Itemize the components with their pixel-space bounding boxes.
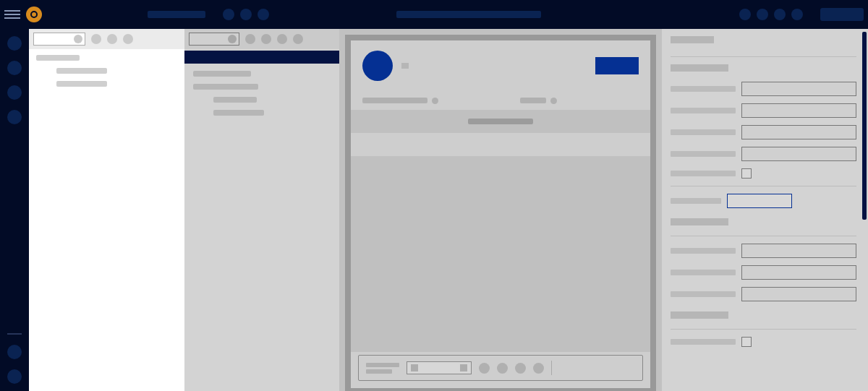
tree-item[interactable] [213, 97, 257, 103]
rail-icon-4[interactable] [7, 110, 22, 124]
field-label [671, 198, 721, 204]
top-right-icon-1[interactable] [739, 9, 751, 20]
preview-title [401, 63, 409, 69]
top-menu-item[interactable] [148, 11, 205, 18]
field-label [671, 151, 736, 157]
explorer-tab-2[interactable] [107, 34, 117, 44]
main-area [29, 29, 868, 391]
explorer-tab-1[interactable] [91, 34, 101, 44]
field-label [671, 248, 736, 254]
explorer-tabs [29, 29, 184, 49]
selected-node[interactable] [184, 51, 340, 64]
tree-item[interactable] [193, 71, 251, 77]
chevron-down-icon [460, 364, 467, 371]
text-input[interactable] [741, 265, 856, 280]
outline-search[interactable] [189, 33, 239, 46]
badge-icon [432, 98, 438, 104]
toolbar-select[interactable] [407, 361, 472, 374]
select-value-icon [411, 364, 418, 371]
text-input[interactable] [741, 82, 856, 96]
toolbar-divider [551, 361, 552, 375]
checkbox[interactable] [741, 337, 752, 347]
canvas-panel [339, 29, 662, 391]
device-frame [345, 35, 656, 391]
rail-icon-2[interactable] [7, 61, 22, 75]
rail-icon-3[interactable] [7, 85, 22, 100]
top-bar [0, 0, 868, 29]
text-input[interactable] [741, 244, 856, 258]
badge-icon [550, 98, 557, 104]
text-input[interactable] [741, 103, 856, 118]
props-section [671, 218, 728, 225]
outline-tab-3[interactable] [277, 34, 287, 44]
preview-band [351, 110, 650, 133]
explorer-tab-3[interactable] [123, 34, 133, 44]
field-label [671, 129, 736, 135]
top-icon-3[interactable] [258, 9, 269, 20]
sub-left-label[interactable] [362, 98, 427, 103]
text-input[interactable] [741, 125, 856, 139]
toolbar-icon-3[interactable] [515, 363, 526, 374]
toolbar-icon-4[interactable] [533, 363, 544, 374]
field-label [671, 171, 736, 176]
top-icon-1[interactable] [223, 9, 234, 20]
sub-right-label[interactable] [520, 98, 546, 103]
properties-panel [662, 29, 868, 391]
rail-divider [7, 333, 22, 335]
tree-item[interactable] [56, 68, 107, 74]
props-section [671, 64, 728, 72]
canvas-surface[interactable] [351, 40, 650, 388]
preview-subheader [351, 91, 650, 110]
text-input[interactable] [741, 147, 856, 161]
rail-icon-1[interactable] [7, 36, 22, 51]
tree-item[interactable] [193, 84, 258, 90]
left-rail [0, 29, 29, 391]
tree-item[interactable] [36, 55, 80, 61]
explorer-panel [29, 29, 184, 391]
preview-header [351, 40, 650, 91]
preview-body [351, 156, 650, 352]
top-right-icon-4[interactable] [791, 9, 803, 20]
menu-icon[interactable] [4, 7, 20, 22]
tree-item[interactable] [56, 81, 107, 87]
search-icon [74, 35, 82, 43]
search-icon [228, 35, 237, 43]
field-label [671, 339, 736, 345]
top-action-button[interactable] [820, 8, 864, 21]
checkbox[interactable] [741, 168, 752, 179]
band-label [468, 119, 533, 124]
rail-bottom-icon-1[interactable] [7, 345, 22, 359]
canvas-toolbar [358, 355, 643, 381]
top-title [396, 11, 541, 18]
top-right-icon-2[interactable] [757, 9, 768, 20]
outline-tabs [184, 29, 340, 49]
top-right-icon-3[interactable] [774, 9, 786, 20]
top-icon-2[interactable] [240, 9, 252, 20]
outline-tab-4[interactable] [293, 34, 303, 44]
avatar[interactable] [362, 51, 393, 81]
text-input[interactable] [741, 287, 856, 301]
field-label [671, 108, 736, 113]
app-logo[interactable] [26, 7, 42, 22]
number-input[interactable] [727, 194, 792, 208]
toolbar-icon-2[interactable] [497, 363, 508, 374]
explorer-search[interactable] [33, 33, 85, 46]
props-section [671, 311, 728, 319]
scrollbar[interactable] [862, 32, 867, 220]
outline-tab-1[interactable] [245, 34, 255, 44]
props-title [671, 36, 714, 43]
toolbar-icon-1[interactable] [479, 363, 490, 374]
toolbar-label [366, 363, 399, 374]
preview-action-button[interactable] [595, 57, 639, 74]
outline-tab-2[interactable] [261, 34, 271, 44]
field-label [671, 291, 736, 297]
field-label [671, 86, 736, 92]
rail-bottom-icon-2[interactable] [7, 369, 22, 384]
tree-item[interactable] [213, 110, 264, 116]
field-label [671, 270, 736, 275]
outline-panel [184, 29, 340, 391]
